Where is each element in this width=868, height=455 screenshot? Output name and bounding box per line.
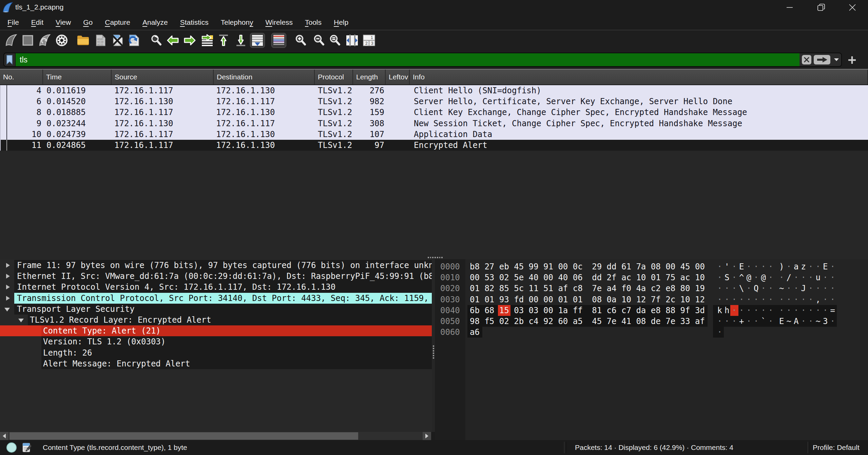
column-header-protocol[interactable]: Protocol	[315, 70, 353, 84]
hex-row-0010[interactable]: 00100053025e40004006dd2fac100175ac10·S·^…	[435, 272, 868, 283]
capture-comments-button[interactable]	[22, 442, 32, 453]
close-button[interactable]	[841, 0, 864, 15]
menu-statistics[interactable]: Statistics	[180, 18, 209, 26]
vertical-splitter[interactable]	[432, 259, 435, 432]
status-profile: Profile: Default	[813, 440, 860, 455]
scroll-right-button[interactable]	[423, 432, 431, 440]
go-last-packet-button[interactable]	[233, 33, 248, 48]
collapse-arrow-icon[interactable]	[18, 319, 24, 322]
menu-go[interactable]: Go	[83, 18, 93, 26]
menu-view[interactable]: View	[56, 18, 71, 26]
horizontal-splitter[interactable]	[0, 254, 868, 259]
scrollbar-thumb[interactable]	[9, 432, 358, 440]
save-file-button[interactable]: 010101100111	[93, 33, 108, 48]
packet-row[interactable]: 100.024739172.16.1.117172.16.1.130 TLSv1…	[0, 129, 868, 140]
filter-clear-button[interactable]	[802, 55, 811, 64]
find-packet-button[interactable]	[149, 33, 164, 48]
detail-row-3[interactable]: Transmission Control Protocol, Src Port:…	[0, 293, 432, 304]
collapse-arrow-icon[interactable]	[4, 308, 10, 311]
zoom-out-button[interactable]	[312, 33, 327, 48]
menu-tools[interactable]: Tools	[305, 18, 322, 26]
filter-apply-button[interactable]	[814, 55, 830, 64]
hex-row-0020[interactable]: 00200182855c1151afc87ea4f04ac2e88019···\…	[435, 283, 868, 294]
colorize-packets-button[interactable]	[271, 33, 286, 48]
menu-analyze[interactable]: Analyze	[142, 18, 168, 26]
detail-row-0[interactable]: Frame 11: 97 bytes on wire (776 bits), 9…	[0, 260, 432, 271]
detail-row-1[interactable]: Ethernet II, Src: VMware_dd:61:7a (00:0c…	[0, 271, 432, 282]
lower-panes: Frame 11: 97 bytes on wire (776 bits), 9…	[0, 259, 868, 440]
open-file-icon	[77, 35, 90, 46]
reload-file-button[interactable]: 1010110	[127, 33, 141, 48]
packet-row[interactable]: 90.023244172.16.1.130172.16.1.117 TLSv1.…	[0, 118, 868, 129]
close-file-button[interactable]: 01100111	[110, 33, 125, 48]
expand-arrow-icon[interactable]	[6, 274, 10, 279]
menu-edit[interactable]: Edit	[31, 18, 43, 26]
column-header-info[interactable]: Info	[410, 70, 868, 84]
detail-row-2[interactable]: Internet Protocol Version 4, Src: 172.16…	[0, 282, 432, 292]
menu-help[interactable]: Help	[334, 18, 348, 26]
filter-add-button[interactable]	[847, 55, 857, 65]
packet-row[interactable]: 40.011619172.16.1.117172.16.1.130 TLSv1.…	[0, 85, 868, 96]
column-header-no[interactable]: No.	[0, 70, 43, 84]
detail-row-7[interactable]: Version: TLS 1.2 (0x0303)	[0, 336, 432, 347]
resize-columns-button[interactable]	[345, 33, 360, 48]
clear-filter-icon	[804, 57, 810, 63]
filter-dropdown-button[interactable]	[833, 55, 840, 64]
expand-arrow-icon[interactable]	[6, 263, 10, 268]
menu-telephony[interactable]: Telephony	[221, 18, 253, 26]
auto-scroll-button[interactable]	[250, 33, 265, 48]
zoom-in-button[interactable]	[293, 33, 308, 48]
hex-row-0060[interactable]: 0060a6·	[435, 327, 868, 338]
packet-details-pane: Frame 11: 97 bytes on wire (776 bits), 9…	[0, 259, 432, 432]
column-numbers-button[interactable]: 123	[362, 33, 377, 48]
go-back-button[interactable]	[166, 33, 180, 48]
scroll-left-button[interactable]	[0, 432, 8, 440]
menu-wireless[interactable]: Wireless	[265, 18, 293, 26]
details-horizontal-scrollbar[interactable]	[0, 432, 431, 440]
detail-row-8[interactable]: Length: 26	[0, 347, 432, 358]
menu-capture[interactable]: Capture	[105, 18, 130, 26]
column-header-leftov[interactable]: Leftov	[386, 70, 410, 84]
maximize-button[interactable]	[810, 0, 832, 15]
menu-file[interactable]: File	[7, 18, 19, 26]
status-bar: Content Type (tls.record.content_type), …	[0, 440, 868, 455]
go-forward-button[interactable]	[182, 33, 197, 48]
expert-info-button[interactable]	[6, 442, 17, 453]
hex-row-0040[interactable]: 00406b68150303001aff81c6c7dae8889f3dkh··…	[435, 305, 868, 316]
expand-arrow-icon[interactable]	[6, 296, 10, 301]
detail-row-6[interactable]: Content Type: Alert (21)	[0, 325, 432, 336]
packet-bytes-pane: 0000b827eb459991000c29dd617a08004500·'·E…	[435, 259, 868, 440]
packet-row[interactable]: 110.024865172.16.1.117172.16.1.130 TLSv1…	[0, 140, 868, 151]
open-file-button[interactable]	[76, 33, 91, 48]
restart-capture-button[interactable]	[37, 33, 52, 48]
minimize-button[interactable]	[778, 0, 801, 15]
detail-row-4[interactable]: Transport Layer Security	[0, 304, 432, 315]
display-filter-input[interactable]: tls	[16, 53, 799, 66]
go-first-packet-button[interactable]	[216, 33, 231, 48]
go-to-packet-button[interactable]	[200, 33, 215, 48]
apply-filter-icon	[816, 57, 828, 63]
column-header-length[interactable]: Length	[353, 70, 386, 84]
colorize-packets-icon	[273, 34, 285, 46]
column-header-time[interactable]: Time	[43, 70, 112, 84]
detail-row-5[interactable]: TLSv1.2 Record Layer: Encrypted Alert	[0, 315, 432, 325]
start-capture-icon	[5, 34, 17, 47]
hex-row-0050[interactable]: 005098f5022bc49260a5457e4108de7e33af···+…	[435, 316, 868, 327]
expand-arrow-icon[interactable]	[6, 285, 10, 289]
save-file-icon: 010101100111	[95, 34, 106, 46]
main-toolbar: 010101100111 01100111 1010110	[0, 31, 868, 51]
scroll-left-icon	[3, 434, 6, 438]
hex-row-0000[interactable]: 0000b827eb459991000c29dd617a08004500·'·E…	[435, 261, 868, 272]
packet-row[interactable]: 60.014520172.16.1.130172.16.1.117 TLSv1.…	[0, 96, 868, 107]
capture-options-button[interactable]	[54, 33, 69, 48]
start-capture-button[interactable]	[4, 33, 19, 48]
packet-row[interactable]: 80.018885172.16.1.117172.16.1.130 TLSv1.…	[0, 107, 868, 118]
go-back-icon	[167, 35, 179, 46]
stop-capture-button[interactable]	[20, 33, 35, 48]
zoom-original-button[interactable]	[328, 33, 343, 48]
detail-row-9[interactable]: Alert Message: Encrypted Alert	[0, 358, 432, 369]
column-header-destination[interactable]: Destination	[214, 70, 315, 84]
filter-bookmark-button[interactable]	[4, 53, 16, 66]
column-header-source[interactable]: Source	[112, 70, 214, 84]
hex-row-0030[interactable]: 0030010193fd00000101080a10127f2c1012····…	[435, 294, 868, 305]
